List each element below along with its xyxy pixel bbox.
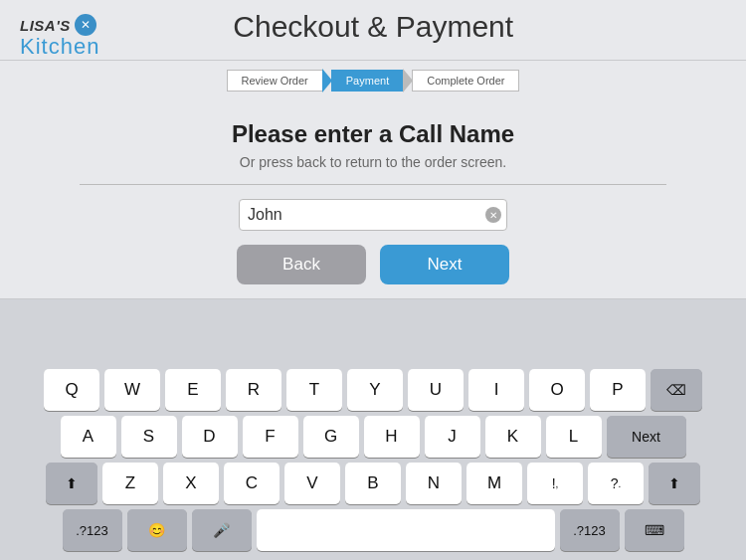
key-n[interactable]: N	[406, 463, 462, 504]
key-c[interactable]: C	[224, 463, 280, 504]
key-t[interactable]: T	[286, 369, 342, 411]
key-m[interactable]: M	[466, 463, 522, 504]
call-name-input[interactable]	[239, 199, 507, 231]
step-arrow-2	[403, 69, 413, 93]
key-r[interactable]: R	[226, 369, 281, 411]
clear-button[interactable]: ✕	[485, 207, 501, 223]
prompt-title: Please enter a Call Name	[20, 120, 726, 148]
key-y[interactable]: Y	[347, 369, 403, 411]
progress-bar: Review Order Payment Complete Order	[0, 61, 746, 102]
input-wrapper: ✕	[239, 199, 507, 231]
step-payment: Payment	[331, 69, 412, 93]
key-z[interactable]: Z	[102, 463, 158, 504]
back-button[interactable]: Back	[237, 245, 366, 284]
step-arrow-1	[322, 69, 332, 93]
key-f[interactable]: F	[243, 416, 298, 458]
logo-icon: ✕	[75, 14, 96, 36]
shift-key-right[interactable]: ⬆	[649, 463, 700, 504]
content-area: Please enter a Call Name Or press back t…	[0, 102, 746, 299]
mic-key[interactable]: 🎤	[192, 509, 252, 551]
key-o[interactable]: O	[529, 369, 585, 411]
keyboard-row-4: .?123 😊 🎤 .?123 ⌨	[4, 509, 742, 551]
key-a[interactable]: A	[61, 416, 116, 458]
keyboard-next-key[interactable]: Next	[607, 416, 686, 458]
key-g[interactable]: G	[303, 416, 359, 458]
shift-key[interactable]: ⬆	[46, 463, 97, 504]
key-q[interactable]: Q	[44, 369, 99, 411]
step-review: Review Order	[227, 69, 331, 93]
step-complete-label: Complete Order	[412, 70, 519, 92]
key-s[interactable]: S	[121, 416, 177, 458]
num-key-right[interactable]: .?123	[560, 509, 620, 551]
step-payment-label: Payment	[331, 70, 404, 92]
key-w[interactable]: W	[104, 369, 160, 411]
backspace-key[interactable]: ⌫	[651, 369, 702, 411]
logo-subtitle: Kitchen	[20, 34, 99, 60]
key-u[interactable]: U	[408, 369, 464, 411]
keyboard-row-1: Q W E R T Y U I O P ⌫	[4, 369, 742, 411]
logo-top: LISA'S ✕	[20, 14, 96, 36]
button-row: Back Next	[20, 245, 726, 284]
step-complete: Complete Order	[412, 70, 519, 92]
num-key-left[interactable]: .?123	[63, 509, 122, 551]
key-h[interactable]: H	[364, 416, 420, 458]
header: LISA'S ✕ Kitchen Checkout & Payment	[0, 0, 746, 61]
next-button[interactable]: Next	[380, 245, 509, 284]
prompt-subtitle: Or press back to return to the order scr…	[20, 154, 726, 170]
key-i[interactable]: I	[468, 369, 524, 411]
step-review-label: Review Order	[227, 70, 323, 92]
logo-area: LISA'S ✕ Kitchen	[20, 10, 99, 60]
keyboard-row-2: A S D F G H J K L Next	[4, 416, 742, 458]
key-e[interactable]: E	[165, 369, 221, 411]
key-j[interactable]: J	[425, 416, 480, 458]
input-row: ✕	[20, 199, 726, 231]
keyboard-row-3: ⬆ Z X C V B N M !, ?. ⬆	[4, 463, 742, 504]
key-k[interactable]: K	[485, 416, 541, 458]
key-p[interactable]: P	[590, 369, 646, 411]
logo-name: LISA'S	[20, 17, 71, 34]
space-key[interactable]	[257, 509, 555, 551]
emoji-key[interactable]: 😊	[127, 509, 187, 551]
key-d[interactable]: D	[182, 416, 238, 458]
keyboard-hide-key[interactable]: ⌨	[625, 509, 684, 551]
keyboard: Q W E R T Y U I O P ⌫ A S D F G H J K L …	[0, 361, 746, 560]
key-question[interactable]: ?.	[588, 463, 644, 504]
key-b[interactable]: B	[345, 463, 401, 504]
key-x[interactable]: X	[163, 463, 219, 504]
page-title: Checkout & Payment	[99, 10, 647, 52]
key-l[interactable]: L	[546, 416, 602, 458]
key-v[interactable]: V	[284, 463, 340, 504]
divider	[80, 184, 666, 185]
key-exclaim[interactable]: !,	[527, 463, 583, 504]
